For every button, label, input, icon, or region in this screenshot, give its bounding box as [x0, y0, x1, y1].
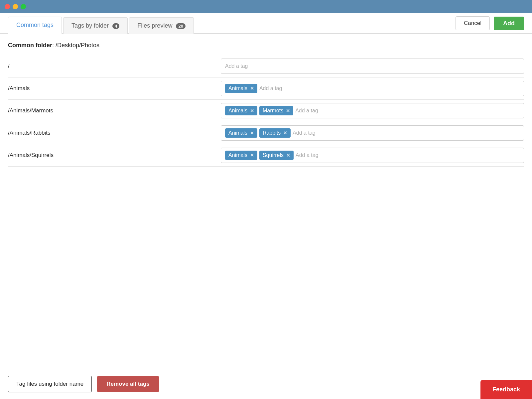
folder-row: / Add a tag — [8, 55, 524, 77]
tab-bar: Common tags Tags by folder 4 Files previ… — [0, 13, 532, 34]
tag-remove-icon[interactable]: ✕ — [286, 153, 290, 158]
tag-placeholder: Add a tag — [259, 85, 282, 91]
tag-chip: Squirrels ✕ — [259, 151, 294, 160]
tag-remove-icon[interactable]: ✕ — [250, 108, 254, 113]
folder-row: /Animals/Squirrels Animals ✕ Squirrels ✕… — [8, 144, 524, 167]
tag-files-folder-button[interactable]: Tag files using folder name — [8, 376, 92, 392]
tag-remove-icon[interactable]: ✕ — [250, 153, 254, 158]
folder-row: /Animals/Rabbits Animals ✕ Rabbits ✕ Add… — [8, 122, 524, 144]
folder-path: /Animals/Rabbits — [8, 130, 221, 136]
cancel-button[interactable]: Cancel — [456, 16, 490, 30]
tab-tags-by-folder[interactable]: Tags by folder 4 — [63, 17, 128, 34]
header-actions: Cancel Add — [456, 16, 524, 30]
tag-chip: Rabbits ✕ — [259, 128, 291, 138]
tag-chip: Animals ✕ — [225, 84, 257, 93]
tab-badge-files-preview: 20 — [176, 23, 185, 29]
folder-heading: Common folder: /Desktop/Photos — [8, 42, 524, 49]
bottom-bar: Tag files using folder name Remove all t… — [0, 369, 532, 399]
tab-files-preview[interactable]: Files preview 20 — [129, 17, 194, 34]
tag-remove-icon[interactable]: ✕ — [250, 86, 254, 91]
folder-row: /Animals Animals ✕ Add a tag — [8, 77, 524, 99]
content-area: Common folder: /Desktop/Photos / Add a t… — [0, 34, 532, 369]
close-button[interactable] — [5, 4, 10, 9]
tag-remove-icon[interactable]: ✕ — [283, 130, 287, 136]
tag-input-area[interactable]: Animals ✕ Add a tag — [221, 81, 524, 96]
tag-chip: Marmots ✕ — [259, 106, 293, 115]
tag-placeholder: Add a tag — [293, 130, 316, 136]
tag-remove-icon[interactable]: ✕ — [286, 108, 290, 113]
add-button[interactable]: Add — [494, 17, 524, 30]
tag-chip: Animals ✕ — [225, 106, 257, 115]
tag-input-area[interactable]: Animals ✕ Rabbits ✕ Add a tag — [221, 125, 524, 141]
tag-input-area[interactable]: Animals ✕ Squirrels ✕ Add a tag — [221, 148, 524, 163]
tag-input-area[interactable]: Add a tag — [221, 59, 524, 74]
folder-row: /Animals/Marmots Animals ✕ Marmots ✕ Add… — [8, 99, 524, 122]
tag-placeholder: Add a tag — [225, 63, 248, 69]
main-container: Common tags Tags by folder 4 Files previ… — [0, 13, 532, 399]
titlebar — [0, 0, 532, 13]
maximize-button[interactable] — [21, 4, 26, 9]
tag-chip: Animals ✕ — [225, 128, 257, 138]
minimize-button[interactable] — [13, 4, 18, 9]
folder-path: / — [8, 63, 221, 69]
folder-path: /Animals/Marmots — [8, 107, 221, 114]
tag-remove-icon[interactable]: ✕ — [250, 130, 254, 136]
tag-input-area[interactable]: Animals ✕ Marmots ✕ Add a tag — [221, 103, 524, 118]
tag-chip: Animals ✕ — [225, 151, 257, 160]
tab-common-tags[interactable]: Common tags — [8, 17, 62, 34]
tab-badge-tags-by-folder: 4 — [112, 23, 119, 29]
folder-path: /Animals — [8, 85, 221, 92]
folder-path: /Animals/Squirrels — [8, 152, 221, 159]
tag-placeholder: Add a tag — [295, 108, 318, 114]
tag-placeholder: Add a tag — [296, 152, 319, 158]
feedback-button[interactable]: Feedback — [480, 380, 532, 399]
remove-all-tags-button[interactable]: Remove all tags — [97, 376, 159, 392]
